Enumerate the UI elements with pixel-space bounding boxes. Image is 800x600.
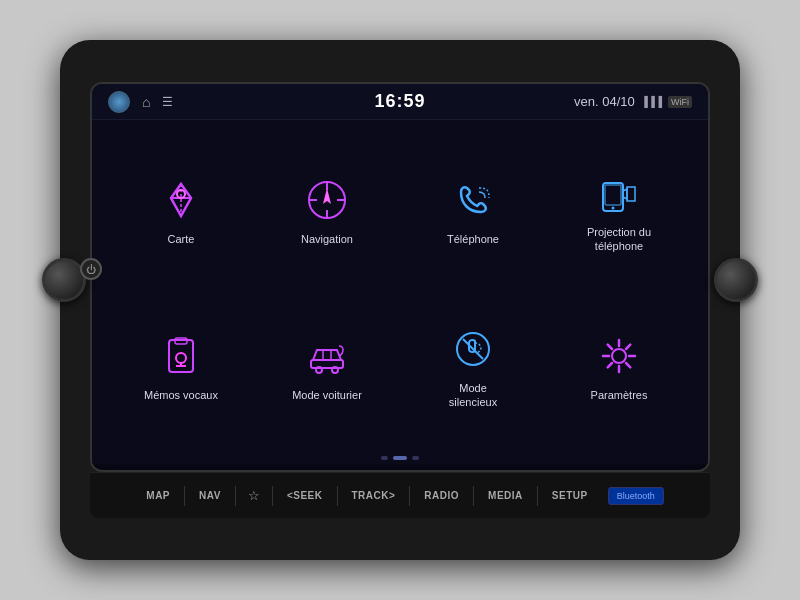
silencieux-label: Mode silencieux xyxy=(449,381,497,410)
app-navigation[interactable]: Navigation xyxy=(258,136,396,284)
left-knob[interactable] xyxy=(42,258,86,302)
pagination xyxy=(92,450,708,464)
favorite-button[interactable]: ☆ xyxy=(240,484,268,507)
navigation-label: Navigation xyxy=(301,232,353,246)
svg-point-19 xyxy=(332,367,338,373)
svg-rect-17 xyxy=(311,360,343,368)
seek-back-button[interactable]: <SEEK xyxy=(277,484,333,507)
avatar xyxy=(108,91,130,113)
projection-label: Projection du téléphone xyxy=(587,225,651,254)
media-button[interactable]: MEDIA xyxy=(478,484,533,507)
telephone-label: Téléphone xyxy=(447,232,499,246)
app-telephone[interactable]: Téléphone xyxy=(404,136,542,284)
menu-icon[interactable]: ☰ xyxy=(162,95,172,109)
app-voiturier[interactable]: Mode voiturier xyxy=(258,292,396,440)
voiturier-icon xyxy=(301,330,353,382)
separator xyxy=(184,486,185,506)
separator xyxy=(337,486,338,506)
home-icon[interactable]: ⌂ xyxy=(142,94,150,110)
clock: 16:59 xyxy=(303,91,498,112)
app-parametres[interactable]: Paramètres xyxy=(550,292,688,440)
svg-marker-8 xyxy=(323,188,331,204)
status-bar: ⌂ ☰ 16:59 ven. 04/10 ▐▐▐ WiFi xyxy=(92,84,708,120)
map-button[interactable]: MAP xyxy=(136,484,180,507)
parametres-label: Paramètres xyxy=(591,388,648,402)
setup-button[interactable]: SETUP xyxy=(542,484,598,507)
dot-1[interactable] xyxy=(381,456,388,460)
separator xyxy=(272,486,273,506)
status-left: ⌂ ☰ xyxy=(108,91,303,113)
svg-point-11 xyxy=(612,206,615,209)
bluetooth-badge: Bluetooth xyxy=(608,487,664,505)
status-right: ven. 04/10 ▐▐▐ WiFi xyxy=(497,94,692,109)
svg-point-24 xyxy=(612,349,626,363)
carte-icon xyxy=(155,174,207,226)
hardware-buttons-bar: MAP NAV ☆ <SEEK TRACK> RADIO MEDIA SETUP… xyxy=(90,472,710,518)
app-projection[interactable]: Projection du téléphone xyxy=(550,136,688,284)
carte-label: Carte xyxy=(168,232,195,246)
signal-icon: ▐▐▐ xyxy=(641,96,662,107)
dot-3[interactable] xyxy=(412,456,419,460)
date-display: ven. 04/10 xyxy=(574,94,635,109)
app-carte[interactable]: Carte xyxy=(112,136,250,284)
voiturier-label: Mode voiturier xyxy=(292,388,362,402)
silencieux-icon xyxy=(447,323,499,375)
separator xyxy=(235,486,236,506)
telephone-icon xyxy=(447,174,499,226)
app-silencieux[interactable]: Mode silencieux xyxy=(404,292,542,440)
track-forward-button[interactable]: TRACK> xyxy=(342,484,406,507)
infotainment-screen: ⌂ ☰ 16:59 ven. 04/10 ▐▐▐ WiFi Carte Navi… xyxy=(90,82,710,472)
radio-button[interactable]: RADIO xyxy=(414,484,469,507)
separator xyxy=(473,486,474,506)
right-knob[interactable] xyxy=(714,258,758,302)
nav-button[interactable]: NAV xyxy=(189,484,231,507)
svg-point-18 xyxy=(316,367,322,373)
svg-rect-12 xyxy=(169,340,193,372)
separator xyxy=(537,486,538,506)
navigation-icon xyxy=(301,174,353,226)
projection-icon xyxy=(593,167,645,219)
parametres-icon xyxy=(593,330,645,382)
car-surround: ⏻ ⌂ ☰ 16:59 ven. 04/10 ▐▐▐ WiFi Carte xyxy=(60,40,740,560)
dot-2[interactable] xyxy=(393,456,407,460)
svg-point-14 xyxy=(176,353,186,363)
separator xyxy=(409,486,410,506)
svg-rect-10 xyxy=(605,185,621,205)
app-memos[interactable]: Mémos vocaux xyxy=(112,292,250,440)
wifi-icon: WiFi xyxy=(668,96,692,108)
app-grid: Carte Navigation Téléphone Projection du… xyxy=(92,120,708,450)
memos-icon xyxy=(155,330,207,382)
memos-label: Mémos vocaux xyxy=(144,388,218,402)
